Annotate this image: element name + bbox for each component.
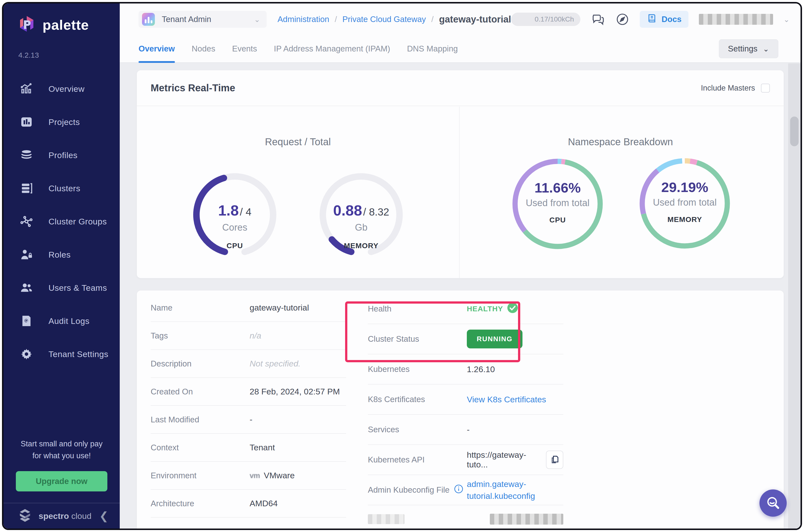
row-label: Created On: [151, 387, 250, 396]
detail-row-cutoff: [368, 512, 563, 527]
memory-request-value: 0.88: [333, 202, 362, 219]
cpu-used-caption: Used from total: [511, 198, 605, 208]
sidebar-item-roles[interactable]: Roles: [19, 247, 120, 262]
sidebar-item-projects[interactable]: Projects: [19, 114, 120, 130]
info-icon[interactable]: [454, 484, 463, 496]
cpu-caption: CPU: [190, 242, 279, 250]
row-value: -: [467, 425, 563, 435]
app-window: palette 4.2.13 Overview Projects: [2, 2, 802, 530]
breadcrumb-current: gateway-tutorial: [439, 14, 511, 25]
sidebar-item-label: Audit Logs: [49, 316, 90, 326]
sidebar-item-tenant-settings[interactable]: Tenant Settings: [19, 346, 120, 362]
page-content: Metrics Real-Time Include Masters Reques…: [120, 63, 801, 529]
sidebar-item-clusters[interactable]: Clusters: [19, 180, 120, 196]
sidebar-item-users-teams[interactable]: Users & Teams: [19, 280, 120, 296]
chart-trend-icon: [19, 81, 34, 96]
credits-usage-pill: 0.17/100kCh: [511, 13, 580, 26]
cpu-request-value: 1.8: [218, 202, 239, 219]
detail-row-environment: Environment vm VMware: [151, 462, 346, 490]
tab-ipam[interactable]: IP Address Management (IPAM): [274, 35, 390, 62]
scrollbar-track[interactable]: [788, 63, 801, 529]
layers-icon: [19, 148, 34, 163]
row-label: Last Modified: [151, 415, 250, 424]
tab-overview[interactable]: Overview: [138, 35, 175, 62]
row-label: Context: [151, 443, 250, 452]
copy-icon: [550, 455, 560, 465]
scope-label: Tenant Admin: [162, 15, 254, 24]
row-label: Architecture: [151, 499, 250, 508]
cpu-used-percent: 11.66%: [511, 179, 605, 196]
sidebar-item-label: Profiles: [49, 150, 77, 160]
detail-row-last-modified: Last Modified -: [151, 406, 346, 434]
details-left-column: Name gateway-tutorial Tags n/a Descripti…: [151, 294, 346, 527]
feedback-chat-icon[interactable]: [591, 12, 605, 26]
detail-row-k8s-certificates: K8s Certificates View K8s Certificates: [368, 384, 563, 415]
admin-kubeconfig-link[interactable]: admin.gateway-tutorial.kubeconfig: [467, 478, 563, 502]
sidebar-item-label: Overview: [49, 84, 84, 94]
page-tabs: Overview Nodes Events IP Address Managem…: [120, 35, 801, 63]
vmware-logo-icon: vm: [250, 471, 260, 480]
memory-used-percent: 29.19%: [638, 179, 732, 195]
tab-dns-mapping[interactable]: DNS Mapping: [407, 35, 458, 62]
row-label: Health: [368, 304, 467, 314]
detail-row-tags: Tags n/a: [151, 322, 346, 350]
docs-button[interactable]: Docs: [640, 11, 688, 28]
tab-nodes[interactable]: Nodes: [192, 35, 215, 62]
redacted-value: [490, 514, 563, 525]
settings-button[interactable]: Settings ⌄: [719, 39, 778, 58]
sidebar-item-profiles[interactable]: Profiles: [19, 148, 120, 163]
running-status-badge: RUNNING: [467, 329, 522, 348]
row-value: VMware: [264, 471, 295, 480]
row-value: gateway-tutorial: [250, 303, 346, 312]
sidebar-item-label: Cluster Groups: [49, 217, 107, 226]
breadcrumb-link-administration[interactable]: Administration: [277, 15, 329, 24]
gear-icon: [19, 346, 34, 362]
cpu-request-gauge: 1.8 / 4 Cores CPU: [190, 170, 279, 259]
gateway-details-card: Name gateway-tutorial Tags n/a Descripti…: [137, 290, 784, 529]
sidebar-item-label: Users & Teams: [49, 283, 107, 293]
project-scope-selector[interactable]: Tenant Admin ⌄: [138, 11, 267, 28]
audit-doc-icon: [19, 313, 34, 329]
copy-button[interactable]: [546, 451, 563, 469]
topbar: Tenant Admin ⌄ Administration / Private …: [120, 3, 801, 35]
check-circle-icon: [507, 302, 518, 316]
detail-row-description: Description Not specified.: [151, 350, 346, 378]
sidebar: palette 4.2.13 Overview Projects: [3, 3, 120, 529]
row-label: Name: [151, 303, 250, 312]
detail-row-kubernetes-api: Kubernetes API https://gateway-tuto...: [368, 445, 563, 475]
scrollbar-thumb[interactable]: [790, 117, 799, 146]
user-menu[interactable]: [699, 14, 773, 25]
brand-name: palette: [42, 17, 89, 33]
upgrade-now-button[interactable]: Upgrade now: [16, 471, 107, 491]
view-k8s-certificates-link[interactable]: View K8s Certificates: [467, 395, 563, 404]
promo-line-2: for what you use!: [33, 451, 91, 460]
spectro-cloud-brand: spectro cloud: [17, 508, 99, 524]
row-value: n/a: [250, 331, 346, 341]
detail-row-admin-kubeconfig: Admin Kubeconfig File admin.gateway-tuto…: [368, 475, 563, 505]
memory-used-caption: Used from total: [638, 197, 732, 208]
cpu-namespace-donut: 11.66% Used from total CPU: [511, 157, 605, 251]
memory-total-value: / 8.32: [363, 206, 389, 218]
sidebar-collapse-icon[interactable]: ❮: [99, 511, 108, 521]
memory-unit: Gb: [317, 222, 406, 233]
row-label: Kubernetes: [368, 364, 467, 374]
brand: palette: [17, 15, 120, 35]
brand-primary: spectro: [39, 511, 69, 520]
compass-tour-icon[interactable]: [615, 12, 629, 26]
chevron-down-icon[interactable]: ⌄: [783, 15, 790, 24]
search-fab-button[interactable]: [760, 490, 787, 517]
row-label: Description: [151, 359, 250, 368]
breadcrumb-link-pcg[interactable]: Private Cloud Gateway: [342, 15, 426, 24]
chevron-down-icon: ⌄: [254, 15, 260, 24]
sidebar-item-cluster-groups[interactable]: Cluster Groups: [19, 214, 120, 229]
book-icon: [647, 13, 657, 26]
sidebar-item-overview[interactable]: Overview: [19, 81, 120, 96]
promo-line-1: Start small and only pay: [21, 439, 103, 448]
bar-chart-icon: [19, 114, 34, 130]
detail-row-health: Health HEALTHY: [368, 294, 563, 324]
sidebar-item-label: Roles: [49, 250, 71, 260]
include-masters-checkbox[interactable]: [761, 84, 770, 93]
tab-events[interactable]: Events: [232, 35, 257, 62]
cpu-unit: Cores: [190, 222, 279, 233]
sidebar-item-audit-logs[interactable]: Audit Logs: [19, 313, 120, 329]
